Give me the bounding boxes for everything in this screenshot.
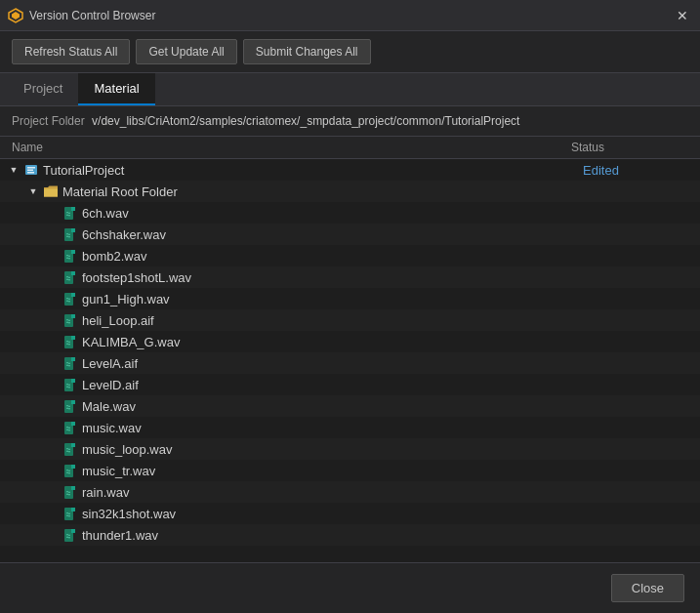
svg-rect-29 (71, 443, 75, 447)
svg-rect-15 (71, 293, 75, 297)
close-button[interactable]: Close (611, 574, 684, 602)
app-icon (8, 8, 23, 23)
window-close-button[interactable]: ✕ (673, 6, 692, 25)
tree-row[interactable]: ▼ Material Root Folder (0, 181, 700, 202)
tab-material[interactable]: Material (78, 73, 154, 105)
audio-file-icon (62, 527, 78, 543)
window-title: Version Control Browser (29, 9, 673, 22)
file-name: thunder1.wav (82, 528, 158, 543)
file-name: rain.wav (82, 485, 129, 500)
row-status-cell: Edited (583, 163, 700, 178)
audio-file-icon (62, 226, 78, 242)
svg-rect-23 (71, 379, 75, 383)
svg-rect-13 (71, 271, 75, 275)
status-column-header: Status (571, 141, 688, 154)
tree-row[interactable]: music.wav (0, 417, 700, 438)
audio-file-icon (62, 355, 78, 371)
file-name: TutorialProject (43, 163, 124, 178)
file-name: music_tr.wav (82, 464, 155, 478)
tree-row[interactable]: LevelA.aif (0, 352, 700, 374)
title-bar: Version Control Browser ✕ (0, 0, 700, 31)
svg-rect-19 (71, 336, 75, 340)
audio-file-icon (62, 334, 78, 349)
tree-row[interactable]: LevelD.aif (0, 374, 700, 395)
tree-row[interactable]: 6chshaker.wav (0, 224, 700, 245)
svg-rect-21 (71, 357, 75, 361)
tree-row[interactable]: thunder1.wav (0, 524, 700, 546)
svg-rect-11 (71, 250, 75, 254)
audio-file-icon (62, 398, 78, 414)
audio-file-icon (62, 269, 78, 285)
tree-row[interactable]: ▼ TutorialProject Edited (0, 159, 700, 181)
refresh-status-all-button[interactable]: Refresh Status All (12, 39, 130, 64)
svg-rect-9 (71, 228, 75, 232)
tree-row[interactable]: Male.wav (0, 395, 700, 417)
tree-row[interactable]: heli_Loop.aif (0, 309, 700, 331)
tree-column-header: Name Status (0, 137, 700, 159)
project-path-value: v/dev_libs/CriAtom2/samples/criatomex/_s… (92, 114, 519, 128)
file-name: 6chshaker.wav (82, 227, 166, 242)
project-icon (23, 162, 39, 178)
audio-file-icon (62, 463, 78, 478)
submit-changes-all-button[interactable]: Submit Changes All (243, 39, 371, 64)
row-name-cell: rain.wav (0, 484, 583, 500)
row-name-cell: thunder1.wav (0, 527, 583, 543)
file-name: LevelA.aif (82, 356, 138, 371)
audio-file-icon (62, 312, 78, 328)
tree-row[interactable]: music_tr.wav (0, 460, 700, 481)
row-name-cell: Male.wav (0, 398, 583, 414)
tree-row[interactable]: rain.wav (0, 481, 700, 503)
file-name: LevelD.aif (82, 378, 139, 392)
audio-file-icon (62, 506, 78, 521)
file-name: Male.wav (82, 399, 136, 414)
tree-row[interactable]: music_loop.wav (0, 438, 700, 460)
toolbar: Refresh Status All Get Update All Submit… (0, 31, 700, 73)
tree-row[interactable]: footstep1shotL.wav (0, 266, 700, 288)
tree-row[interactable]: bomb2.wav (0, 245, 700, 266)
expand-arrow[interactable]: ▼ (8, 164, 20, 176)
row-name-cell: 6ch.wav (0, 205, 583, 221)
tree-row[interactable]: sin32k1shot.wav (0, 503, 700, 524)
audio-file-icon (62, 420, 78, 435)
file-name: heli_Loop.aif (82, 313, 154, 328)
file-name: KALIMBA_G.wav (82, 335, 180, 349)
row-name-cell: LevelD.aif (0, 377, 583, 392)
tree-row[interactable]: gun1_High.wav (0, 288, 700, 309)
row-name-cell: ▼ Material Root Folder (0, 184, 583, 199)
svg-rect-25 (71, 400, 75, 404)
file-name: bomb2.wav (82, 249, 146, 264)
tab-project[interactable]: Project (8, 73, 78, 105)
tab-bar: Project Material (0, 73, 700, 106)
svg-rect-5 (27, 172, 34, 174)
row-name-cell: heli_Loop.aif (0, 312, 583, 328)
tree-row[interactable]: KALIMBA_G.wav (0, 331, 700, 352)
row-name-cell: 6chshaker.wav (0, 226, 583, 242)
audio-file-icon (62, 484, 78, 500)
svg-rect-27 (71, 422, 75, 426)
row-name-cell: footstep1shotL.wav (0, 269, 583, 285)
project-path-label: Project Folder (12, 114, 85, 128)
project-path-bar: Project Folder v/dev_libs/CriAtom2/sampl… (0, 106, 700, 137)
bottom-bar: Close (0, 562, 700, 613)
svg-rect-4 (27, 170, 33, 172)
tree-row[interactable]: 6ch.wav (0, 202, 700, 224)
row-name-cell: music_tr.wav (0, 463, 583, 478)
expand-arrow[interactable]: ▼ (27, 185, 39, 197)
file-tree[interactable]: ▼ TutorialProject Edited ▼ (0, 159, 700, 566)
file-name: Material Root Folder (62, 184, 178, 199)
svg-rect-31 (71, 465, 75, 469)
row-name-cell: bomb2.wav (0, 248, 583, 264)
row-name-cell: sin32k1shot.wav (0, 506, 583, 521)
file-name: sin32k1shot.wav (82, 507, 176, 521)
get-update-all-button[interactable]: Get Update All (136, 39, 236, 64)
svg-rect-37 (71, 529, 75, 533)
row-name-cell: LevelA.aif (0, 355, 583, 371)
file-name: music.wav (82, 421, 142, 435)
row-name-cell: music_loop.wav (0, 441, 583, 457)
svg-rect-17 (71, 314, 75, 318)
row-name-cell: gun1_High.wav (0, 291, 583, 306)
audio-file-icon (62, 441, 78, 457)
row-name-cell: music.wav (0, 420, 583, 435)
svg-marker-1 (12, 12, 20, 20)
audio-file-icon (62, 205, 78, 221)
